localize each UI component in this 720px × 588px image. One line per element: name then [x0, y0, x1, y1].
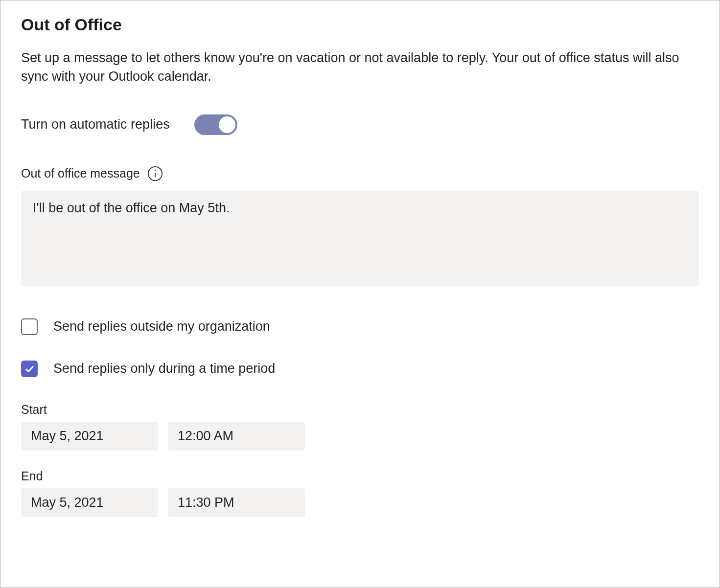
- message-label-row: Out of office message: [21, 165, 699, 182]
- time-period-label: Send replies only during a time period: [53, 361, 275, 376]
- datetime-section: Start May 5, 2021 12:00 AM End May 5, 20…: [21, 403, 699, 517]
- outside-org-checkbox[interactable]: [21, 318, 38, 335]
- end-date-input[interactable]: May 5, 2021: [21, 488, 158, 517]
- info-icon[interactable]: [147, 165, 163, 182]
- start-label: Start: [21, 403, 699, 417]
- auto-replies-label: Turn on automatic replies: [21, 117, 170, 132]
- end-row: May 5, 2021 11:30 PM: [21, 488, 699, 517]
- start-row: May 5, 2021 12:00 AM: [21, 422, 699, 451]
- svg-point-2: [155, 170, 156, 171]
- start-time-input[interactable]: 12:00 AM: [168, 422, 305, 451]
- dialog-description: Set up a message to let others know you'…: [21, 49, 699, 86]
- toggle-knob: [219, 116, 235, 133]
- start-date-input[interactable]: May 5, 2021: [21, 422, 158, 451]
- out-of-office-message-input[interactable]: [21, 191, 699, 286]
- end-label: End: [21, 469, 699, 483]
- dialog-title: Out of Office: [21, 15, 699, 34]
- time-period-checkbox[interactable]: [21, 361, 38, 377]
- out-of-office-dialog: Out of Office Set up a message to let ot…: [0, 0, 720, 588]
- outside-org-label: Send replies outside my organization: [53, 319, 270, 334]
- message-field-label: Out of office message: [21, 166, 140, 181]
- outside-org-row: Send replies outside my organization: [21, 318, 699, 335]
- auto-replies-toggle[interactable]: [194, 114, 237, 135]
- auto-replies-row: Turn on automatic replies: [21, 114, 699, 135]
- time-period-row: Send replies only during a time period: [21, 361, 699, 377]
- end-time-input[interactable]: 11:30 PM: [168, 488, 305, 517]
